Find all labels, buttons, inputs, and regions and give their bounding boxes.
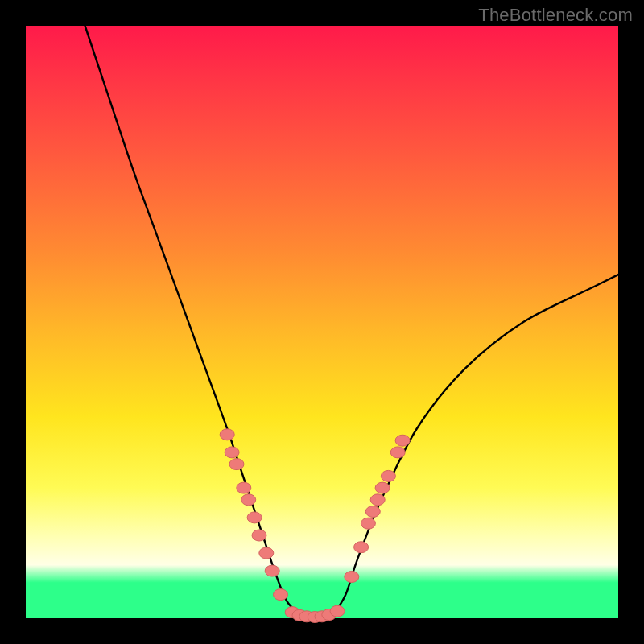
data-marker xyxy=(365,506,380,518)
data-marker xyxy=(381,470,395,481)
data-marker xyxy=(265,565,279,576)
data-marker xyxy=(247,512,262,523)
watermark-text: TheBottleneck.com xyxy=(478,5,633,26)
data-marker xyxy=(395,435,410,446)
bottleneck-curve xyxy=(85,26,618,619)
data-marker xyxy=(375,482,390,493)
plot-area xyxy=(26,26,618,618)
chart-svg xyxy=(26,26,618,618)
data-marker xyxy=(330,605,345,617)
marker-group xyxy=(220,429,410,623)
chart-frame: TheBottleneck.com xyxy=(0,0,644,644)
data-marker xyxy=(229,459,244,470)
data-marker xyxy=(225,447,239,458)
data-marker xyxy=(370,494,385,506)
data-marker xyxy=(242,494,256,506)
data-marker xyxy=(220,429,234,440)
data-marker xyxy=(259,547,274,559)
data-marker xyxy=(361,518,375,529)
data-marker xyxy=(345,572,359,583)
data-marker xyxy=(354,542,369,553)
data-marker xyxy=(252,530,266,541)
data-marker xyxy=(274,589,288,601)
data-marker xyxy=(237,482,251,493)
data-marker xyxy=(390,447,405,458)
